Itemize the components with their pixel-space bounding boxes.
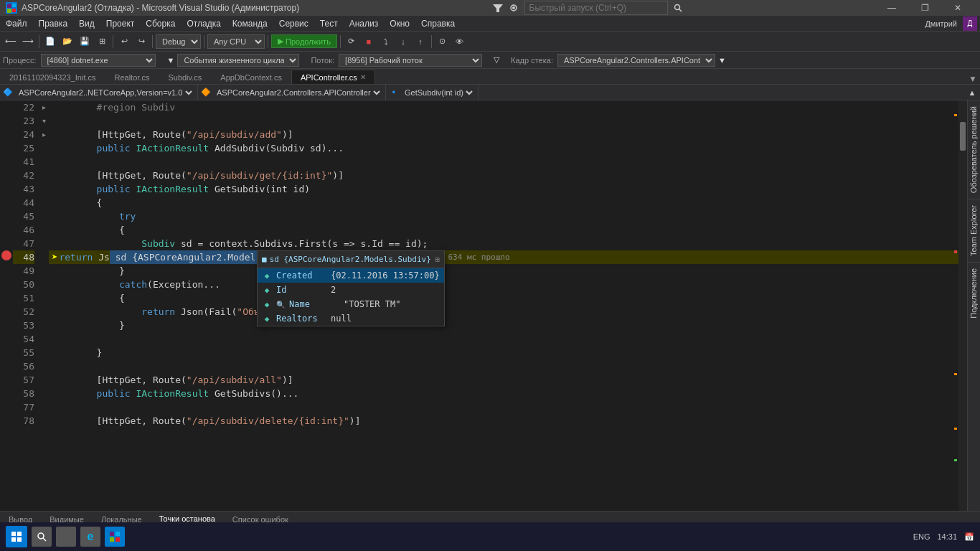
search-taskbar[interactable] [32,527,52,547]
created-icon: ◆ [262,269,272,283]
svg-rect-16 [116,532,120,536]
intellisense-row-id[interactable]: ◆ Id 2 [258,283,444,297]
cpu-dropdown[interactable]: Any CPU [207,34,265,49]
minimize-button[interactable]: — [875,0,908,16]
sep2 [113,35,113,48]
step-over-button[interactable]: ⤵ [378,34,394,50]
restart-button[interactable]: ⟳ [344,34,359,50]
scrollbar-thumb[interactable] [960,122,966,151]
intellisense-popup[interactable]: ■ sd {ASPCoreAngular2.Models.Subdiv} ⊞ ◆… [257,250,445,326]
menu-team[interactable]: Команда [227,16,273,32]
open-file-button[interactable]: 📂 [60,34,75,50]
maximize-button[interactable]: ❐ [908,0,941,16]
right-tab-team[interactable]: Team Explorer [968,199,980,262]
code-line-23 [49,114,967,128]
redo-button[interactable]: ↪ [133,34,149,50]
sep4 [204,35,204,48]
collapse-58[interactable]: ▸ [39,128,49,141]
code-line-54 [49,332,967,346]
intellisense-expand[interactable]: ⊞ [435,253,440,266]
right-tab-explorer[interactable]: Обозреватель решений [968,100,980,199]
continue-button[interactable]: ▶ Продолжить [271,34,337,48]
menu-analyze[interactable]: Анализ [344,16,385,32]
nav-project-select[interactable]: ASPCoreAngular2..NETCoreApp,Version=v1.0 [16,88,194,98]
close-button[interactable]: ✕ [941,0,974,16]
tabs-overflow-button[interactable]: ▼ [966,74,980,84]
tab-subdiv[interactable]: Subdiv.cs [159,70,211,84]
stop-button[interactable]: ■ [361,34,377,50]
forward-button[interactable]: ⟶ [20,34,36,50]
code-line-46: { [49,223,967,237]
right-tab-connect[interactable]: Подключение [968,263,980,324]
code-line-49: } [49,264,967,278]
menu-project[interactable]: Проект [100,16,141,32]
taskbar: e ENG 14:31 📅 [0,522,980,551]
code-line-58: public IActionResult GetSubdivs()... [49,387,967,400]
nav-up-button[interactable]: ▲ [964,85,980,100]
process-dropdown[interactable]: [4860] dotnet.exe [41,54,156,67]
thread-dropdown[interactable]: [8956] Рабочий поток [339,54,482,67]
menu-debug[interactable]: Отладка [181,16,226,32]
edge-button[interactable]: e [80,527,100,547]
nav-actions: ▲ [964,85,980,100]
save-button[interactable]: 💾 [77,34,93,50]
debug-mode-dropdown[interactable]: Debug [156,34,201,49]
menu-test[interactable]: Тест [314,16,344,32]
undo-button[interactable]: ↩ [116,34,132,50]
menu-edit[interactable]: Правка [33,16,74,32]
collapse-43[interactable]: ▾ [39,114,49,128]
menu-build[interactable]: Сборка [140,16,181,32]
intellisense-row-name[interactable]: ◆ 🔍 Name "TOSTER TM" [258,297,444,311]
quick-launch-input[interactable] [524,1,668,15]
sep3 [152,35,153,48]
taskview-button[interactable] [56,527,76,547]
step-out-button[interactable]: ↑ [413,34,428,50]
stack-dropdown[interactable]: ASPCoreAngular2.Controllers.APIControll [557,54,715,67]
margin-warning-1 [954,114,957,116]
start-button[interactable] [6,526,27,547]
tab-api[interactable]: APIController.cs ✕ [291,70,375,84]
vs-taskbar-button[interactable] [105,527,125,547]
toolbar: ⟵ ⟶ 📄 📂 💾 ⊞ ↩ ↪ Debug Any CPU ▶ Продолжи… [0,32,980,52]
window-controls[interactable]: — ❐ ✕ [875,0,974,16]
step-into-button[interactable]: ↓ [395,34,411,50]
svg-rect-18 [110,537,114,542]
nav-method-select[interactable]: GetSubdiv(int id) [402,88,475,98]
intellisense-header-text: sd {ASPCoreAngular2.Models.Subdiv} [270,253,431,266]
vertical-scrollbar[interactable] [958,100,967,511]
menu-view[interactable]: Вид [73,16,100,32]
code-line-48: ➤ return Js sd {ASPCoreAngular2.Models.S… [49,250,967,264]
nav-class[interactable]: 🔶 ASPCoreAngular2.Controllers.APIControl… [198,85,386,100]
pin-icon [509,3,519,13]
lifecycle-dropdown[interactable]: События жизненного цикла [177,54,299,67]
menu-window[interactable]: Окно [384,16,415,32]
nav-project[interactable]: 🔷 ASPCoreAngular2..NETCoreApp,Version=v1… [0,85,198,100]
back-button[interactable]: ⟵ [3,34,19,50]
nav-bar: 🔷 ASPCoreAngular2..NETCoreApp,Version=v1… [0,85,980,100]
name-value: "TOSTER TM" [344,298,400,311]
intellisense-row-realtors[interactable]: ◆ Realtors null [258,311,444,326]
tab-realtor[interactable]: Realtor.cs [105,70,159,84]
menu-tools[interactable]: Сервис [273,16,314,32]
nav-class-icon: 🔶 [201,88,211,97]
code-content[interactable]: #region Subdiv [HttpGet, Route("/api/sub… [49,100,967,511]
stack-label: Кадр стека: [511,56,553,65]
new-file-button[interactable]: 📄 [42,34,58,50]
breakpoints-button[interactable]: ⊙ [435,34,451,50]
tab-init[interactable]: 20161102094323_Init.cs [0,70,105,84]
save-all-button[interactable]: ⊞ [94,34,110,50]
right-panel: Обозреватель решений Team Explorer Подкл… [967,100,980,511]
intellisense-row-created[interactable]: ◆ Created {02.11.2016 13:57:00} [258,268,444,283]
stack-arrow: ▼ [718,56,726,65]
tab-api-close[interactable]: ✕ [360,73,366,81]
id-value: 2 [331,283,336,297]
tab-appdb[interactable]: AppDbContext.cs [211,70,291,84]
nav-class-select[interactable]: ASPCoreAngular2.Controllers.APIControlle… [214,88,382,98]
menu-help[interactable]: Справка [415,16,461,32]
intellisense-type-icon: ■ [262,253,267,266]
collapse-25[interactable]: ▸ [39,100,49,114]
tab-appdb-label: AppDbContext.cs [220,73,282,82]
watch-button[interactable]: 👁 [452,34,468,50]
menu-file[interactable]: Файл [0,16,33,32]
nav-method[interactable]: 🔹 GetSubdiv(int id) [386,85,479,100]
